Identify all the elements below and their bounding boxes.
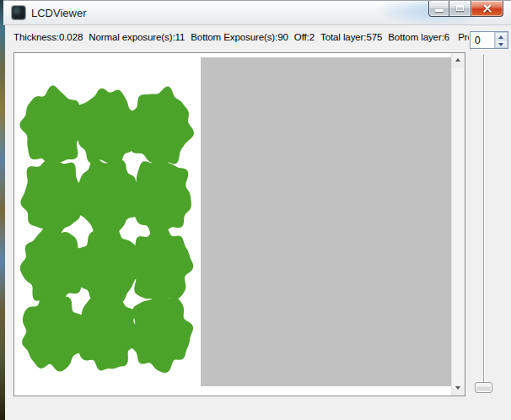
layer-spinbox[interactable]: 0 — [470, 31, 508, 49]
infobar-field: Bottom Exposure(s):90 — [191, 32, 288, 42]
infobar-field: Normal exposure(s):11 — [89, 32, 185, 42]
layer-slider — [469, 52, 498, 396]
slice-view-frame — [13, 52, 465, 396]
triangle-down-icon — [498, 43, 503, 46]
scrollbar-track[interactable] — [452, 67, 465, 381]
triangle-down-icon — [455, 386, 460, 390]
infobar-field: Off:2 — [294, 32, 315, 42]
minimize-icon — [435, 9, 444, 12]
minimize-button[interactable] — [428, 1, 449, 17]
window-title: LCDViewer — [31, 7, 87, 19]
infobar-field: Total layer:575 — [320, 32, 382, 42]
vertical-scrollbar[interactable] — [451, 53, 465, 396]
scroll-up-button[interactable] — [452, 53, 465, 67]
spin-down-button[interactable] — [495, 40, 508, 48]
infobar: Thickness:0.028Normal exposure(s):11Bott… — [13, 32, 469, 42]
title-bar[interactable]: LCDViewer — [3, 0, 511, 25]
infobar-field: Thickness:0.028 — [13, 32, 83, 42]
slider-groove[interactable] — [483, 55, 484, 390]
slider-handle[interactable] — [475, 382, 492, 393]
spin-up-button[interactable] — [495, 32, 508, 40]
layer-spinbox-buttons — [494, 32, 508, 48]
project-label: Project — [458, 32, 469, 42]
client-area: Thickness:0.028Normal exposure(s):11Bott… — [5, 25, 511, 420]
close-button[interactable] — [471, 1, 503, 17]
triangle-up-icon — [455, 58, 460, 62]
maximize-icon — [456, 5, 464, 11]
triangle-up-icon — [498, 35, 503, 39]
layer-spinbox-value[interactable]: 0 — [471, 32, 494, 48]
close-icon — [471, 1, 503, 16]
infobar-fields: Thickness:0.028Normal exposure(s):11Bott… — [13, 32, 455, 42]
app-icon — [12, 6, 25, 19]
lcdviewer-window: LCDViewer Thickness:0.028Normal exposure… — [0, 0, 511, 420]
lcd-screen-region — [201, 57, 451, 386]
maximize-button[interactable] — [449, 1, 471, 17]
scroll-down-button[interactable] — [452, 381, 465, 396]
infobar-field: Bottom layer:6 — [388, 32, 449, 42]
